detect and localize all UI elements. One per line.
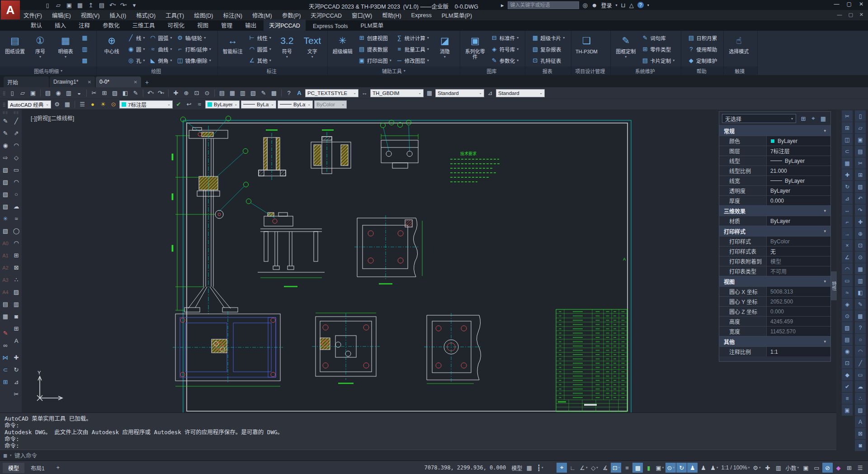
layer-combo[interactable]: 7标注层⌄ bbox=[119, 100, 173, 109]
ribbon-tab[interactable]: 视图 bbox=[192, 19, 214, 31]
layout-tab[interactable]: + bbox=[51, 463, 65, 472]
section-header[interactable]: 三维效果 ▾ bbox=[719, 205, 830, 216]
new[interactable]: ▯ bbox=[8, 89, 17, 98]
hatch[interactable]: ▨ bbox=[11, 286, 21, 298]
ribbon-tab[interactable]: 可视化 bbox=[162, 19, 190, 31]
open-file[interactable]: ▱ bbox=[54, 1, 62, 9]
menu-item[interactable]: 绘图(D) bbox=[194, 11, 213, 19]
right-toolbar-icon[interactable]: ⊠ bbox=[855, 428, 866, 439]
new-file[interactable]: ▯ bbox=[43, 1, 52, 9]
export-doc[interactable]: ⇨ bbox=[0, 152, 10, 164]
paste-spec-1[interactable]: ▧ bbox=[0, 164, 10, 176]
new-tab-button[interactable]: + bbox=[142, 77, 152, 87]
property-value[interactable]: 无 bbox=[766, 246, 830, 256]
right-toolbar-icon[interactable]: ○ bbox=[855, 334, 866, 345]
line[interactable]: ╱ 线 ▾ bbox=[126, 32, 147, 43]
close-button[interactable]: ✕ bbox=[859, 1, 863, 7]
right-toolbar-icon[interactable]: ⊞ bbox=[842, 122, 853, 133]
units-button[interactable]: 小数▾ bbox=[784, 463, 800, 473]
color-combo[interactable]: ByLayer⌄ bbox=[205, 100, 240, 109]
list[interactable]: ▤ bbox=[0, 298, 10, 310]
lineweight-list[interactable]: ≡ bbox=[622, 463, 632, 473]
login-button[interactable]: 登录 bbox=[601, 1, 612, 9]
annotation-autoscale[interactable]: ♟ bbox=[698, 463, 708, 473]
workspace-save[interactable]: ▦ bbox=[63, 100, 72, 109]
spline[interactable]: ≈ bbox=[11, 213, 21, 225]
section-header[interactable]: 视图 ▾ bbox=[719, 276, 830, 286]
toolbar-grip[interactable]: ⣿ bbox=[3, 91, 6, 95]
property-value[interactable]: 5008.313 bbox=[766, 287, 830, 296]
print[interactable]: ▤ bbox=[98, 1, 106, 9]
paper-a4[interactable]: A4 bbox=[0, 286, 10, 298]
right-toolbar-icon[interactable]: × bbox=[842, 240, 853, 251]
help-dropdown-icon[interactable]: ▾ bbox=[647, 3, 649, 7]
annotation-scale-list[interactable]: ♟ ▾ bbox=[709, 463, 719, 473]
property-value[interactable]: 21.000 bbox=[766, 166, 830, 175]
property-value[interactable]: ByLayer bbox=[766, 216, 830, 226]
right-toolbar-icon[interactable]: ▤ bbox=[842, 334, 853, 345]
minimize-button[interactable]: — bbox=[834, 1, 840, 7]
right-toolbar-icon[interactable]: ↷ bbox=[855, 204, 866, 216]
selection-cycling[interactable]: ▣ ▾ bbox=[654, 463, 665, 473]
right-toolbar-icon[interactable]: ⊙ bbox=[842, 310, 853, 322]
image-frame[interactable]: ▦ bbox=[0, 310, 10, 322]
toolbar-icon[interactable] bbox=[143, 90, 143, 97]
right-toolbar-icon[interactable]: → bbox=[842, 228, 853, 239]
menu-item[interactable]: 编辑(E) bbox=[52, 11, 71, 19]
ribbon-panel-label[interactable]: 标注 bbox=[218, 66, 327, 75]
shaft-sprocket[interactable]: ⚙ 轴/链轮 ▾ bbox=[175, 32, 213, 43]
menu-item[interactable]: 工具(T) bbox=[165, 11, 184, 19]
arc-dim[interactable]: ◠ 圆弧 ▾ bbox=[247, 43, 273, 55]
hole[interactable]: ◎ 孔 ▾ bbox=[126, 55, 147, 66]
property-value[interactable]: 2052.500 bbox=[766, 297, 830, 306]
save[interactable]: ▣ bbox=[28, 89, 38, 98]
save[interactable]: ▣ bbox=[65, 1, 73, 9]
dim-style-combo[interactable]: TH_GBDIM⌄ bbox=[370, 89, 424, 97]
customization-plus[interactable]: ✚ bbox=[762, 463, 773, 473]
trim[interactable]: ✂ bbox=[11, 388, 21, 400]
lineweight-display[interactable]: ▮ bbox=[643, 463, 654, 473]
curve[interactable]: ≈ 曲线 ▾ bbox=[148, 43, 174, 55]
toolbar-icon[interactable] bbox=[86, 90, 87, 97]
revision-cloud[interactable]: ☁ bbox=[11, 200, 21, 213]
table[interactable]: ⊞ bbox=[11, 322, 21, 335]
properties-palette-tab[interactable]: 特性 bbox=[831, 271, 837, 300]
menu-item[interactable]: 参数(P) bbox=[282, 11, 301, 19]
doc-minimize-button[interactable]: — bbox=[837, 12, 842, 18]
autodesk-app-icon[interactable]: △ bbox=[629, 2, 634, 9]
close-tab-icon[interactable]: ✕ bbox=[134, 80, 137, 85]
ribbon-tab[interactable]: 参数化 bbox=[97, 19, 125, 31]
property-value[interactable]: ByLayer bbox=[766, 186, 830, 195]
restore-button[interactable]: ▢ bbox=[847, 1, 852, 7]
frame-customize[interactable]: ✎ 图框定制 ▾ bbox=[613, 32, 638, 66]
right-toolbar-icon[interactable]: ▨ bbox=[855, 404, 866, 416]
transparency[interactable]: ▩ bbox=[632, 463, 643, 473]
polygon[interactable]: ◇ bbox=[11, 152, 21, 164]
markup[interactable]: ✎ bbox=[259, 89, 268, 98]
create-view[interactable]: ⊞ 创建视图 bbox=[357, 32, 393, 43]
right-toolbar-icon[interactable]: ⌐ bbox=[842, 216, 853, 228]
right-toolbar-icon[interactable]: ✚ bbox=[855, 216, 866, 228]
select-objects[interactable]: ⌖ bbox=[809, 114, 818, 123]
menu-item[interactable]: 标注(N) bbox=[223, 11, 242, 19]
toolbar-icon[interactable] bbox=[214, 90, 215, 97]
menu-item[interactable]: 插入(I) bbox=[109, 11, 126, 19]
zoom-window[interactable]: ⊡ bbox=[192, 89, 201, 98]
ribbon-tab[interactable]: PLM菜单 bbox=[355, 19, 389, 31]
right-toolbar-icon[interactable]: ∠ bbox=[842, 251, 853, 263]
document-tab[interactable]: Drawing1* ✕ bbox=[50, 76, 95, 87]
batch-tools[interactable]: ≡ 批量工具 ▾ bbox=[394, 43, 431, 55]
right-toolbar-icon[interactable]: ✎ bbox=[855, 299, 866, 310]
ribbon-tab[interactable]: 管理 bbox=[216, 19, 238, 31]
isometric-drafting[interactable]: ◇ ▾ bbox=[589, 463, 599, 473]
paste-spec-2[interactable]: ▧ bbox=[0, 176, 10, 188]
polyline[interactable]: ◠ bbox=[11, 139, 21, 152]
right-toolbar-icon[interactable]: ▧ bbox=[842, 322, 853, 333]
menu-item[interactable]: 文件(F) bbox=[24, 11, 42, 19]
card-customize[interactable]: ▤ 卡片定制 ▾ bbox=[640, 55, 676, 66]
select-mode[interactable]: ☝ 选择模式 bbox=[726, 32, 751, 66]
paper-a3[interactable]: A3 bbox=[0, 274, 10, 286]
paper-a0[interactable]: A0 bbox=[0, 237, 10, 249]
right-toolbar-icon[interactable]: ⊕ bbox=[855, 228, 866, 239]
symbol-library[interactable]: ◈ 符号库 ▾ bbox=[489, 43, 521, 55]
